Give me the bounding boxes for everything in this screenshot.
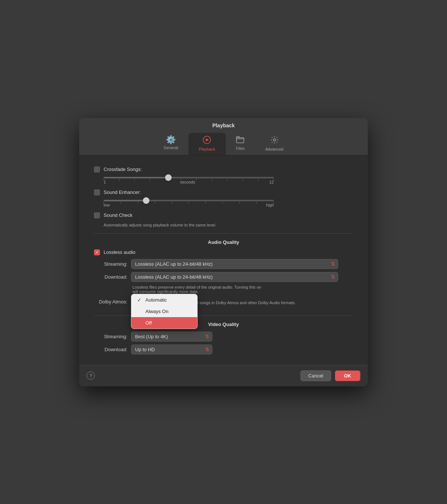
help-button[interactable]: ?: [87, 372, 95, 380]
lossless-description: Lossless files preserve every detail of …: [132, 285, 340, 294]
content: Crossfade Songs:: [79, 155, 368, 365]
crossfade-label[interactable]: Crossfade Songs:: [94, 167, 142, 172]
titlebar: Playback ⚙️ General Playback: [79, 118, 368, 155]
ok-button[interactable]: OK: [335, 370, 361, 381]
video-download-select[interactable]: Up to HD: [131, 345, 212, 355]
dolby-dropdown-popup: ✓ Automatic Always On Off: [131, 294, 198, 329]
video-download-select-wrapper: Up to HD ⇅: [131, 345, 212, 355]
tab-general-label: General: [164, 145, 178, 150]
divider-1: [94, 233, 353, 233]
video-download-row: Download: Up to HD ⇅: [94, 345, 353, 355]
tab-files-label: Files: [236, 146, 245, 151]
sound-check-row: Sound Check: [94, 212, 353, 218]
footer-buttons: Cancel OK: [300, 370, 360, 381]
tab-playback-label: Playback: [199, 147, 215, 151]
lossless-audio-label-text: Lossless audio: [104, 249, 135, 255]
sound-check-label[interactable]: Sound Check: [94, 212, 132, 218]
tab-files[interactable]: Files: [226, 133, 255, 155]
window: Playback ⚙️ General Playback: [79, 118, 368, 386]
window-title: Playback: [79, 122, 368, 128]
crossfade-slider-container: 1 seconds 12: [104, 177, 353, 184]
streaming-label: Streaming:: [94, 261, 127, 267]
sound-enhancer-label-text: Sound Enhancer:: [104, 189, 141, 195]
toolbar: ⚙️ General Playback: [79, 133, 368, 155]
svg-rect-2: [236, 138, 244, 143]
streaming-select-wrapper: Lossless (ALAC up to 24-bit/48 kHz) ⇅: [131, 259, 338, 269]
audio-quality-title: Audio Quality: [94, 239, 353, 245]
tab-playback[interactable]: Playback: [188, 133, 226, 155]
streaming-select[interactable]: Lossless (ALAC up to 24-bit/48 kHz): [131, 259, 338, 269]
dolby-option-always-on[interactable]: Always On: [131, 306, 197, 317]
dolby-option-automatic-label: Automatic: [145, 297, 167, 303]
sound-enhancer-slider-container: low high: [104, 200, 353, 207]
crossfade-slider-track[interactable]: [104, 177, 274, 178]
video-streaming-select-wrapper: Best (Up to 4K) ⇅: [131, 332, 212, 342]
svg-marker-1: [206, 138, 209, 141]
streaming-quality-row: Streaming: Lossless (ALAC up to 24-bit/4…: [94, 259, 353, 269]
sound-check-label-text: Sound Check: [104, 212, 132, 218]
dolby-content: ✓ Automatic Always On Off When available…: [131, 298, 353, 309]
sound-enhancer-label[interactable]: Sound Enhancer:: [94, 189, 141, 195]
download-select-wrapper: Lossless (ALAC up to 24-bit/48 kHz) ⇅: [131, 272, 338, 282]
tab-advanced-label: Advanced: [265, 147, 283, 151]
video-streaming-label: Streaming:: [94, 334, 127, 339]
advanced-icon: [270, 136, 279, 145]
dolby-option-automatic[interactable]: ✓ Automatic: [131, 294, 197, 306]
lossless-audio-checkbox[interactable]: ✓: [94, 249, 100, 255]
crossfade-row: Crossfade Songs:: [94, 167, 353, 172]
sound-enhancer-slider-track[interactable]: [104, 200, 274, 201]
video-streaming-row: Streaming: Best (Up to 4K) ⇅: [94, 332, 353, 342]
crossfade-checkbox[interactable]: [94, 167, 100, 172]
cancel-button[interactable]: Cancel: [300, 370, 331, 381]
files-icon: [236, 136, 244, 145]
dolby-label: Dolby Atmos:: [94, 298, 127, 305]
sound-check-description: Automatically adjusts song playback volu…: [104, 223, 353, 227]
checkmark-icon: ✓: [137, 297, 142, 303]
sound-enhancer-row: Sound Enhancer:: [94, 189, 353, 195]
footer: ? Cancel OK: [79, 365, 368, 386]
video-streaming-select[interactable]: Best (Up to 4K): [131, 332, 212, 342]
svg-point-3: [273, 139, 276, 141]
lossless-audio-row: ✓ Lossless audio: [94, 249, 353, 255]
download-quality-row: Download: Lossless (ALAC up to 24-bit/48…: [94, 272, 353, 282]
tab-general[interactable]: ⚙️ General: [153, 133, 188, 155]
crossfade-label-text: Crossfade Songs:: [104, 167, 142, 172]
dolby-option-off[interactable]: Off: [131, 317, 197, 329]
video-download-label: Download:: [94, 347, 127, 352]
playback-icon: [203, 136, 211, 145]
tab-advanced[interactable]: Advanced: [255, 133, 294, 155]
dolby-option-off-label: Off: [145, 320, 152, 326]
sound-check-checkbox[interactable]: [94, 212, 100, 218]
lossless-audio-label[interactable]: ✓ Lossless audio: [94, 249, 135, 255]
dolby-atmos-row: Dolby Atmos: ✓ Automatic Always On Off: [94, 298, 353, 309]
download-select[interactable]: Lossless (ALAC up to 24-bit/48 kHz): [131, 272, 338, 282]
general-icon: ⚙️: [166, 136, 176, 144]
dolby-option-always-on-label: Always On: [145, 309, 168, 314]
download-label: Download:: [94, 274, 127, 280]
sound-enhancer-checkbox[interactable]: [94, 189, 100, 195]
